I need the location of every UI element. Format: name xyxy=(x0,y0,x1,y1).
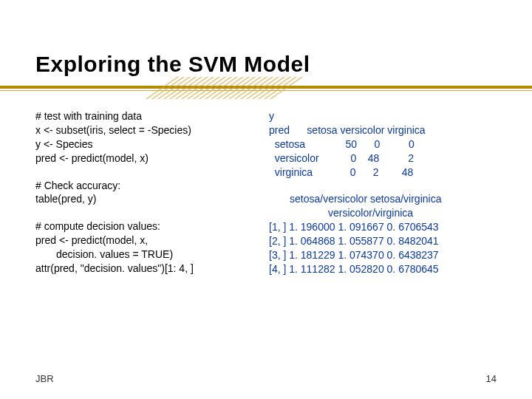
content-columns: # test with training data x <- subset(ir… xyxy=(35,109,497,290)
output-line: [2, ] 1. 064868 1. 055877 0. 8482041 xyxy=(269,234,497,248)
output-column: y pred setosa versicolor virginica setos… xyxy=(269,109,497,290)
output-header: versicolor/virginica xyxy=(269,206,497,220)
code-line: pred <- predict(model, x) xyxy=(35,151,256,166)
output-line: [3, ] 1. 181229 1. 074370 0. 6438237 xyxy=(269,248,497,262)
footer-left: JBR xyxy=(35,373,54,384)
slide-footer: JBR 14 xyxy=(35,373,497,384)
code-line: y <- Species xyxy=(35,137,256,151)
code-line: table(pred, y) xyxy=(35,192,256,206)
code-column: # test with training data x <- subset(ir… xyxy=(35,109,256,290)
code-line: attr(pred, "decision. values")[1: 4, ] xyxy=(35,262,256,276)
code-block-2: # Check accuracy: table(pred, y) xyxy=(35,179,256,207)
output-line: [1, ] 1. 196000 1. 091667 0. 6706543 xyxy=(269,220,497,234)
output-line: [4, ] 1. 111282 1. 052820 0. 6780645 xyxy=(269,262,497,276)
code-line: x <- subset(iris, select = -Species) xyxy=(35,123,256,137)
code-line: decision. values = TRUE) xyxy=(35,248,256,262)
decorative-rule xyxy=(35,81,497,99)
code-line: pred <- predict(model, x, xyxy=(35,233,256,248)
slide-title: Exploring the SVM Model xyxy=(35,52,497,77)
code-block-3: # compute decision values: pred <- predi… xyxy=(35,219,256,276)
code-line: # Check accuracy: xyxy=(35,179,256,193)
decision-values: setosa/versicolor setosa/virginica versi… xyxy=(269,192,497,276)
footer-page-number: 14 xyxy=(486,373,497,384)
output-header: setosa/versicolor setosa/virginica xyxy=(269,192,497,206)
confusion-matrix: y pred setosa versicolor virginica setos… xyxy=(269,109,497,179)
code-line: # compute decision values: xyxy=(35,219,256,233)
slide: Exploring the SVM Model # test with trai… xyxy=(0,0,532,399)
code-block-1: # test with training data x <- subset(ir… xyxy=(35,109,256,166)
code-line: # test with training data xyxy=(35,109,256,123)
